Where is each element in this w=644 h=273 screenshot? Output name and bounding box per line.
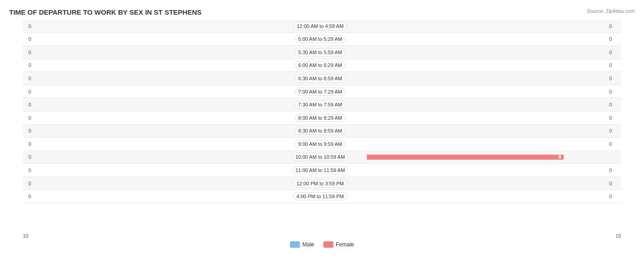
table-row: 0 12:00 PM to 3:59 PM 0 xyxy=(23,177,621,190)
male-bar-area xyxy=(33,22,274,30)
bars-center: 6:00 AM to 6:29 AM xyxy=(33,59,607,72)
female-bar-area xyxy=(366,22,607,30)
right-value: 0 xyxy=(607,181,621,186)
time-label: 12:00 PM to 3:59 PM xyxy=(293,179,347,188)
table-row: 0 6:30 AM to 6:59 AM 0 xyxy=(23,72,621,85)
left-value: 0 xyxy=(23,141,33,147)
male-bar-area xyxy=(33,35,274,43)
bars-center: 11:00 AM to 11:59 AM xyxy=(33,164,607,177)
right-value: 0 xyxy=(607,62,621,68)
left-value: 0 xyxy=(23,50,33,55)
male-bar-area xyxy=(33,88,274,95)
label-area: 7:00 AM to 7:29 AM xyxy=(274,88,366,96)
female-bar-area xyxy=(366,61,607,69)
bars-center: 4:00 PM to 11:59 PM xyxy=(33,190,607,203)
time-label: 10:00 AM to 10:59 AM xyxy=(292,153,348,161)
label-area: 8:00 AM to 8:29 AM xyxy=(274,114,366,122)
legend-female: Female xyxy=(323,241,354,248)
male-bar-area xyxy=(33,101,274,109)
bars-center: 12:00 PM to 3:59 PM xyxy=(33,177,607,190)
table-row: 0 4:00 PM to 11:59 PM 0 xyxy=(23,190,621,203)
right-value: 0 xyxy=(607,128,621,134)
female-bar-area: 9 xyxy=(366,153,607,161)
male-bar-area xyxy=(33,179,274,187)
table-row: 0 7:30 AM to 7:59 AM 0 xyxy=(23,98,621,111)
label-area: 7:30 AM to 7:59 AM xyxy=(274,100,366,109)
table-row: 0 8:30 AM to 8:59 AM 0 xyxy=(23,125,621,138)
right-value: 0 xyxy=(607,23,621,29)
label-area: 12:00 AM to 4:59 AM xyxy=(274,22,366,30)
label-area: 12:00 PM to 3:59 PM xyxy=(274,179,366,188)
table-row: 0 5:30 AM to 5:59 AM 0 xyxy=(23,46,621,59)
left-value: 0 xyxy=(23,62,33,68)
time-label: 9:00 AM to 9:59 AM xyxy=(295,140,345,148)
bars-center: 5:30 AM to 5:59 AM xyxy=(33,46,607,59)
male-bar-area xyxy=(33,127,274,135)
right-value: 0 xyxy=(607,50,621,55)
bars-center: 5:00 AM to 5:29 AM xyxy=(33,33,607,46)
left-value: 0 xyxy=(23,154,33,160)
label-area: 9:00 AM to 9:59 AM xyxy=(274,140,366,148)
time-label: 4:00 PM to 11:59 PM xyxy=(293,192,347,201)
left-value: 0 xyxy=(23,102,33,107)
table-row: 0 7:00 AM to 7:29 AM 0 xyxy=(23,85,621,99)
male-bar-area xyxy=(33,193,274,201)
male-bar-area xyxy=(33,49,274,56)
legend-male: Male xyxy=(290,241,314,248)
x-axis-right: 10 xyxy=(616,233,621,239)
table-row: 0 11:00 AM to 11:59 AM 0 xyxy=(23,164,621,177)
female-bar-area xyxy=(366,101,607,109)
left-value: 0 xyxy=(23,128,33,134)
label-area: 5:30 AM to 5:59 AM xyxy=(274,48,366,56)
x-axis-left: 10 xyxy=(23,233,28,239)
female-label: Female xyxy=(336,241,354,248)
time-label: 6:00 AM to 6:29 AM xyxy=(295,61,345,69)
label-area: 4:00 PM to 11:59 PM xyxy=(274,192,366,201)
left-value: 0 xyxy=(23,194,33,199)
table-row: 0 5:00 AM to 5:29 AM 0 xyxy=(23,33,621,46)
bars-center: 9:00 AM to 9:59 AM xyxy=(33,138,607,150)
x-axis: 10 10 xyxy=(23,233,621,239)
left-value: 0 xyxy=(23,181,33,186)
right-value: 0 xyxy=(607,141,621,147)
legend: Male Female xyxy=(290,241,354,248)
label-area: 10:00 AM to 10:59 AM xyxy=(274,153,366,161)
left-value: 0 xyxy=(23,89,33,95)
male-swatch xyxy=(290,241,300,248)
right-value: 0 xyxy=(607,194,621,199)
table-row: 0 10:00 AM to 10:59 AM 9 xyxy=(23,151,621,164)
chart-area: 0 12:00 AM to 4:59 AM 0 0 5:00 AM to 5:2… xyxy=(9,20,635,248)
label-area: 8:30 AM to 8:59 AM xyxy=(274,127,366,135)
bars-center: 7:00 AM to 7:29 AM xyxy=(33,85,607,98)
left-value: 0 xyxy=(23,167,33,173)
female-bar-area xyxy=(366,193,607,201)
time-label: 7:00 AM to 7:29 AM xyxy=(295,88,345,96)
chart-title: TIME OF DEPARTURE TO WORK BY SEX IN ST S… xyxy=(9,8,635,16)
time-label: 5:30 AM to 5:59 AM xyxy=(295,48,345,56)
time-label: 8:00 AM to 8:29 AM xyxy=(295,114,345,122)
label-area: 5:00 AM to 5:29 AM xyxy=(274,35,366,43)
male-bar-area xyxy=(33,167,274,174)
bars-center: 7:30 AM to 7:59 AM xyxy=(33,98,607,111)
female-bar-area xyxy=(366,179,607,187)
label-area: 6:00 AM to 6:29 AM xyxy=(274,61,366,69)
time-label: 5:00 AM to 5:29 AM xyxy=(295,35,345,43)
female-bar-area xyxy=(366,35,607,43)
bars-center: 12:00 AM to 4:59 AM xyxy=(33,20,607,33)
rows-container: 0 12:00 AM to 4:59 AM 0 0 5:00 AM to 5:2… xyxy=(23,20,621,229)
bars-center: 8:00 AM to 8:29 AM xyxy=(33,111,607,124)
label-area: 6:30 AM to 6:59 AM xyxy=(274,74,366,83)
right-value: 0 xyxy=(607,102,621,107)
female-bar-area xyxy=(366,167,607,174)
female-bar-area xyxy=(366,75,607,83)
male-bar-area xyxy=(33,153,274,161)
female-bar-area xyxy=(366,127,607,135)
bars-center: 8:30 AM to 8:59 AM xyxy=(33,125,607,138)
right-value: 0 xyxy=(607,115,621,121)
left-value: 0 xyxy=(23,36,33,42)
right-value: 0 xyxy=(607,76,621,81)
time-label: 11:00 AM to 11:59 AM xyxy=(292,166,348,174)
female-bar-area xyxy=(366,49,607,56)
bar-value-label: 9 xyxy=(558,154,561,160)
time-label: 6:30 AM to 6:59 AM xyxy=(295,74,345,83)
